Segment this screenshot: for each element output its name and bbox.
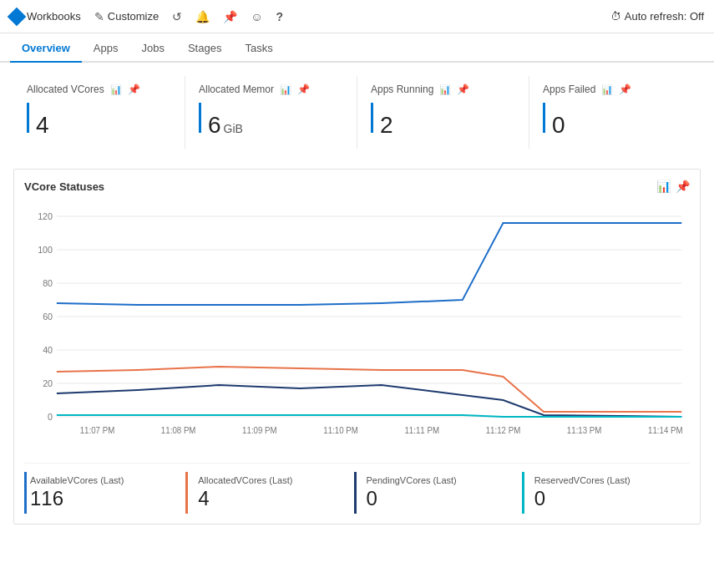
svg-text:11:08 PM: 11:08 PM: [161, 426, 196, 435]
tab-overview[interactable]: Overview: [10, 33, 82, 63]
kpi-bar-4: [543, 103, 545, 133]
kpi-allocated-vcores-header: Allocated VCores 📊 📌: [27, 83, 171, 96]
kpi-apps-failed-header: Apps Failed 📊 📌: [543, 83, 687, 96]
customize-label: Customize: [108, 10, 159, 23]
nav-tabs: Overview Apps Jobs Stages Tasks: [0, 33, 714, 63]
svg-text:11:09 PM: 11:09 PM: [242, 426, 277, 435]
kpi-pin-icon-2[interactable]: 📌: [297, 84, 310, 95]
svg-text:11:11 PM: 11:11 PM: [404, 426, 439, 435]
workbooks-logo-icon: [8, 7, 27, 26]
question-icon[interactable]: ?: [276, 10, 284, 23]
toolbar: Workbooks ✎ Customize ↺ 🔔 📌 ☺ ? ⏱ Auto r…: [0, 0, 714, 33]
kpi-allocated-vcores-title: Allocated VCores: [27, 84, 104, 95]
main-content: Allocated VCores 📊 📌 4 Allocated Memor 📊…: [0, 63, 714, 551]
vcore-svg-chart: 120 100 80 60 40 20 0 11:07 PM 11:08 PM …: [24, 200, 690, 450]
customize-button[interactable]: ✎ Customize: [94, 10, 159, 23]
svg-text:11:14 PM: 11:14 PM: [648, 426, 683, 435]
kpi-pin-icon-3[interactable]: 📌: [457, 84, 469, 95]
kpi-allocated-memory-value-row: 6 GiB: [199, 103, 343, 139]
chart-header: VCore Statuses 📊 📌: [24, 180, 690, 193]
legend-row: AvailableVCores (Last) 116 AllocatedVCor…: [24, 463, 690, 514]
legend-allocated-value: 4: [198, 487, 343, 510]
workbooks-button[interactable]: Workbooks: [10, 10, 81, 23]
svg-text:120: 120: [38, 211, 53, 221]
kpi-apps-failed: Apps Failed 📊 📌 0: [529, 76, 701, 149]
legend-available-label: AvailableVCores (Last): [30, 475, 175, 485]
svg-text:40: 40: [43, 345, 53, 355]
kpi-bar-3: [371, 103, 373, 133]
chart-container: 120 100 80 60 40 20 0 11:07 PM 11:08 PM …: [24, 200, 690, 453]
kpi-bar-2: [199, 103, 201, 133]
history-icon: ⏱: [610, 10, 621, 23]
workbooks-label: Workbooks: [27, 10, 81, 23]
chart-actions: 📊 📌: [656, 180, 690, 193]
chart-pin-icon[interactable]: 📌: [676, 180, 690, 193]
kpi-allocated-memory-value: 6: [208, 112, 221, 139]
smiley-icon[interactable]: ☺: [251, 10, 262, 23]
pin-icon[interactable]: 📌: [223, 10, 237, 23]
tab-tasks[interactable]: Tasks: [233, 33, 284, 63]
svg-text:20: 20: [43, 378, 53, 388]
kpi-chart-icon-3[interactable]: 📊: [438, 83, 452, 96]
kpi-allocated-memory: Allocated Memor 📊 📌 6 GiB: [185, 76, 357, 149]
kpi-pin-icon-1[interactable]: 📌: [128, 84, 140, 95]
toolbar-right: ⏱ Auto refresh: Off: [610, 10, 704, 23]
chart-title: VCore Statuses: [24, 180, 104, 193]
legend-allocated-label: AllocatedVCores (Last): [198, 475, 343, 485]
svg-text:60: 60: [43, 312, 53, 322]
tab-apps[interactable]: Apps: [82, 33, 130, 63]
auto-refresh[interactable]: ⏱ Auto refresh: Off: [610, 10, 704, 23]
kpi-row: Allocated VCores 📊 📌 4 Allocated Memor 📊…: [13, 76, 701, 149]
kpi-allocated-vcores: Allocated VCores 📊 📌 4: [13, 76, 185, 149]
kpi-chart-icon-4[interactable]: 📊: [600, 83, 614, 96]
svg-text:11:07 PM: 11:07 PM: [80, 426, 115, 435]
kpi-apps-failed-value: 0: [552, 112, 565, 139]
kpi-apps-running: Apps Running 📊 📌 2: [357, 76, 529, 149]
legend-reserved-label: ReservedVCores (Last): [534, 475, 680, 485]
legend-available: AvailableVCores (Last) 116: [24, 472, 185, 514]
svg-text:80: 80: [43, 278, 53, 288]
kpi-chart-icon-1[interactable]: 📊: [109, 83, 123, 96]
legend-allocated: AllocatedVCores (Last) 4: [185, 472, 353, 514]
pencil-icon: ✎: [94, 10, 104, 23]
legend-pending-label: PendingVCores (Last): [367, 475, 512, 485]
legend-reserved: ReservedVCores (Last) 0: [522, 472, 690, 514]
legend-reserved-value: 0: [534, 487, 680, 510]
tab-stages[interactable]: Stages: [176, 33, 233, 63]
kpi-bar-1: [27, 103, 29, 133]
kpi-chart-icon-2[interactable]: 📊: [279, 83, 292, 96]
legend-pending-value: 0: [367, 487, 512, 510]
auto-refresh-label: Auto refresh: Off: [625, 10, 704, 23]
kpi-allocated-memory-header: Allocated Memor 📊 📌: [199, 83, 343, 96]
svg-text:11:12 PM: 11:12 PM: [486, 426, 521, 435]
kpi-allocated-vcores-value-row: 4: [27, 103, 171, 139]
vcore-chart-section: VCore Statuses 📊 📌 120 1: [13, 169, 701, 525]
refresh-icon[interactable]: ↺: [172, 10, 182, 23]
tab-jobs[interactable]: Jobs: [129, 33, 175, 63]
kpi-pin-icon-4[interactable]: 📌: [619, 84, 631, 95]
kpi-apps-running-value: 2: [380, 112, 393, 139]
kpi-apps-running-title: Apps Running: [371, 84, 433, 95]
chart-expand-icon[interactable]: 📊: [656, 180, 671, 193]
svg-text:0: 0: [48, 412, 53, 422]
kpi-allocated-memory-unit: GiB: [224, 122, 243, 135]
svg-text:11:13 PM: 11:13 PM: [567, 426, 602, 435]
kpi-apps-running-header: Apps Running 📊 📌: [371, 83, 515, 96]
kpi-allocated-vcores-value: 4: [36, 112, 49, 139]
legend-available-value: 116: [30, 487, 175, 510]
kpi-apps-failed-value-row: 0: [543, 103, 687, 139]
kpi-apps-running-value-row: 2: [371, 103, 515, 139]
kpi-apps-failed-title: Apps Failed: [543, 84, 595, 95]
svg-text:11:10 PM: 11:10 PM: [323, 426, 358, 435]
kpi-allocated-memory-title: Allocated Memor: [199, 84, 274, 95]
legend-pending: PendingVCores (Last) 0: [354, 472, 522, 514]
svg-text:100: 100: [38, 245, 53, 255]
bell-icon[interactable]: 🔔: [195, 10, 210, 23]
